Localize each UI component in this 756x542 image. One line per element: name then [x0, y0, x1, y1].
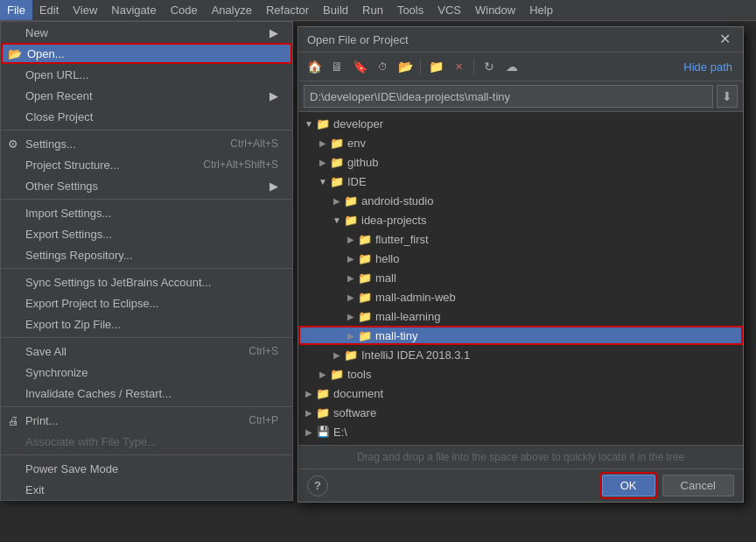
toggle-mall-learning[interactable]: ▶ [344, 309, 358, 323]
toggle-tools[interactable]: ▶ [316, 367, 330, 381]
menu-item-export-zip[interactable]: Export to Zip File... [1, 313, 292, 334]
menu-analyze[interactable]: Analyze [205, 0, 259, 20]
menu-item-open[interactable]: 📂 Open... [1, 43, 292, 64]
ok-button[interactable]: OK [602, 475, 655, 496]
cancel-button[interactable]: Cancel [662, 475, 734, 496]
toggle-android-studio[interactable]: ▶ [330, 194, 344, 208]
tree-item-env[interactable]: ▶ 📁 env [298, 133, 743, 152]
menu-item-synchronize[interactable]: Synchronize [1, 362, 292, 383]
folder-icon-software: 📁 [316, 405, 330, 419]
menu-vcs[interactable]: VCS [430, 0, 468, 20]
toggle-document[interactable]: ▶ [302, 386, 316, 400]
menu-code[interactable]: Code [164, 0, 205, 20]
folder-icon-intellij-idea: 📁 [344, 348, 358, 362]
new-folder-button[interactable]: 📁 [425, 56, 446, 77]
bookmark-button[interactable]: 🔖 [349, 56, 370, 77]
tree-item-mall-admin-web[interactable]: ▶ 📁 mall-admin-web [298, 287, 743, 306]
label-ide: IDE [347, 175, 367, 188]
tree-item-android-studio[interactable]: ▶ 📁 android-studio [298, 191, 743, 210]
toggle-drive-e[interactable]: ▶ [302, 425, 316, 439]
dialog-footer: ? OK Cancel [298, 468, 743, 502]
separator-1 [1, 130, 292, 130]
menu-refactor[interactable]: Refactor [259, 0, 316, 20]
home-button[interactable]: 🏠 [304, 56, 325, 77]
tree-item-mall-learning[interactable]: ▶ 📁 mall-learning [298, 306, 743, 326]
toggle-mall-tiny[interactable]: ▶ [344, 328, 358, 342]
toggle-intellij-idea[interactable]: ▶ [330, 348, 344, 362]
menu-help[interactable]: Help [522, 0, 560, 20]
tree-item-mall-tiny[interactable]: ▶ 📁 mall-tiny [298, 326, 743, 345]
folder-icon-android-studio: 📁 [344, 194, 358, 208]
path-input[interactable] [304, 85, 713, 108]
desktop-button[interactable]: 🖥 [326, 56, 347, 77]
menu-edit[interactable]: Edit [32, 0, 66, 20]
menu-item-open-recent[interactable]: Open Recent ▶ [1, 85, 292, 106]
menu-item-open-url[interactable]: Open URL... [1, 64, 292, 85]
file-dropdown-menu: New ▶ 📂 Open... Open URL... Open Recent … [0, 21, 293, 501]
path-download-button[interactable]: ⬇ [717, 85, 738, 108]
tree-item-ide[interactable]: ▼ 📁 IDE [298, 172, 743, 191]
dialog-close-button[interactable]: ✕ [716, 32, 734, 46]
separator-2 [1, 199, 292, 200]
menu-item-project-structure[interactable]: Project Structure... Ctrl+Alt+Shift+S [1, 154, 292, 175]
tree-item-tools[interactable]: ▶ 📁 tools [298, 364, 743, 384]
toggle-flutter-first[interactable]: ▶ [344, 232, 358, 246]
tree-item-developer[interactable]: ▼ 📁 developer [298, 114, 743, 133]
toggle-ide[interactable]: ▼ [316, 174, 330, 188]
label-mall-admin-web: mall-admin-web [375, 291, 456, 304]
menu-build[interactable]: Build [316, 0, 355, 20]
file-tree[interactable]: ▼ 📁 developer ▶ 📁 env ▶ 📁 github ▼ 📁 IDE… [298, 112, 743, 445]
menu-item-new[interactable]: New ▶ [1, 22, 292, 43]
toggle-idea-projects[interactable]: ▼ [330, 213, 344, 227]
tree-item-flutter-first[interactable]: ▶ 📁 flutter_first [298, 229, 743, 249]
delete-button[interactable]: ✕ [448, 56, 469, 77]
menu-file[interactable]: File [0, 0, 32, 20]
label-software: software [333, 406, 376, 419]
menu-item-save-all[interactable]: Save All Ctrl+S [1, 341, 292, 362]
menu-item-invalidate-caches[interactable]: Invalidate Caches / Restart... [1, 383, 292, 404]
menu-item-close-project[interactable]: Close Project [1, 106, 292, 127]
tree-item-intellij-idea[interactable]: ▶ 📁 IntelliJ IDEA 2018.3.1 [298, 345, 743, 364]
refresh-button[interactable]: ↻ [479, 56, 500, 77]
label-tools: tools [347, 368, 371, 381]
menu-item-export-eclipse[interactable]: Export Project to Eclipse... [1, 292, 292, 313]
menu-item-settings-repo[interactable]: Settings Repository... [1, 244, 292, 265]
menu-tools[interactable]: Tools [390, 0, 430, 20]
menu-item-power-save[interactable]: Power Save Mode [1, 458, 292, 479]
menu-run[interactable]: Run [355, 0, 390, 20]
tree-item-github[interactable]: ▶ 📁 github [298, 152, 743, 172]
tree-item-software[interactable]: ▶ 📁 software [298, 403, 743, 422]
tree-item-drive-e[interactable]: ▶ 💾 E:\ [298, 422, 743, 441]
cloud-button[interactable]: ☁ [501, 56, 522, 77]
toggle-hello[interactable]: ▶ [344, 251, 358, 265]
toggle-mall-admin-web[interactable]: ▶ [344, 290, 358, 304]
tree-item-hello[interactable]: ▶ 📁 hello [298, 249, 743, 268]
folder-icon-hello: 📁 [358, 251, 372, 265]
tree-item-idea-projects[interactable]: ▼ 📁 idea-projects [298, 210, 743, 229]
recent-button[interactable]: ⏱ [372, 56, 393, 77]
menu-item-import-settings[interactable]: Import Settings... [1, 202, 292, 223]
menu-window[interactable]: Window [468, 0, 522, 20]
menu-item-sync-settings[interactable]: Sync Settings to JetBrains Account... [1, 271, 292, 292]
label-github: github [347, 156, 378, 169]
open-folder-button[interactable]: 📂 [395, 56, 416, 77]
tree-item-document[interactable]: ▶ 📁 document [298, 384, 743, 403]
toggle-software[interactable]: ▶ [302, 405, 316, 419]
tree-item-mall[interactable]: ▶ 📁 mall [298, 268, 743, 287]
menu-view[interactable]: View [66, 0, 104, 20]
menu-item-export-settings[interactable]: Export Settings... [1, 223, 292, 244]
toggle-developer[interactable]: ▼ [302, 116, 316, 130]
toggle-env[interactable]: ▶ [316, 136, 330, 150]
menu-item-settings[interactable]: ⚙ Settings... Ctrl+Alt+S [1, 133, 292, 154]
menu-item-other-settings[interactable]: Other Settings ▶ [1, 175, 292, 196]
menu-navigate[interactable]: Navigate [104, 0, 163, 20]
folder-icon-idea-projects: 📁 [344, 213, 358, 227]
toggle-mall[interactable]: ▶ [344, 271, 358, 285]
folder-icon-github: 📁 [330, 155, 344, 169]
toggle-github[interactable]: ▶ [316, 155, 330, 169]
menu-item-print[interactable]: 🖨 Print... Ctrl+P [1, 410, 292, 431]
folder-icon-flutter-first: 📁 [358, 232, 372, 246]
menu-item-exit[interactable]: Exit [1, 479, 292, 500]
hide-path-button[interactable]: Hide path [678, 59, 738, 75]
help-button[interactable]: ? [307, 475, 328, 496]
